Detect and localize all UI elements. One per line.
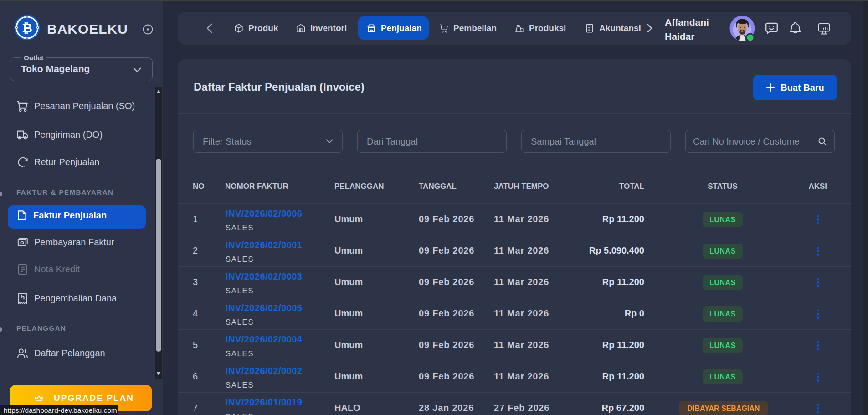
svg-text:₿: ₿	[22, 21, 32, 35]
